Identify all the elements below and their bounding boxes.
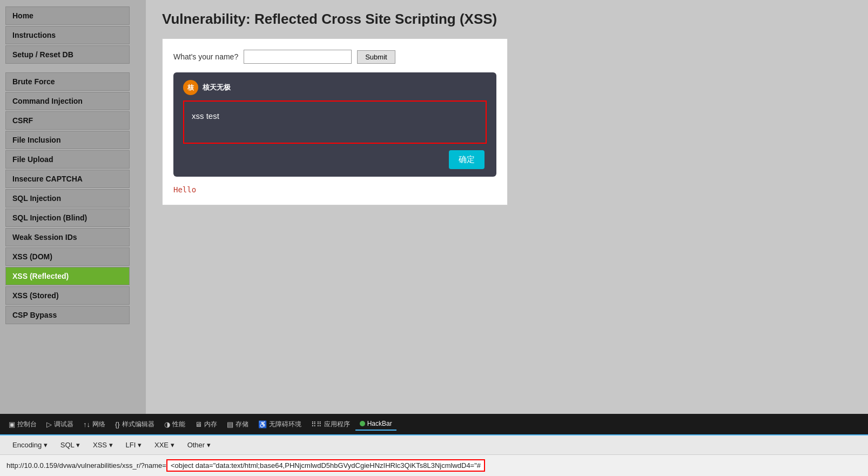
devtools-label: 性能 xyxy=(172,420,185,429)
url-prefix: http://10.0.0.159/dvwa/vulnerabilities/x… xyxy=(6,461,166,470)
devtools-label: HackBar xyxy=(367,420,392,427)
url-row: http://10.0.0.159/dvwa/vulnerabilities/x… xyxy=(0,455,868,476)
page-wrapper: HomeInstructionsSetup / Reset DB Brute F… xyxy=(0,0,868,476)
alert-content-box: xss test xyxy=(183,100,487,144)
devtools-label: 控制台 xyxy=(17,420,37,429)
devtools-label: 存储 xyxy=(235,420,248,429)
内存-icon: 🖥 xyxy=(195,420,202,428)
devtools-item------[interactable]: {}样式编辑器 xyxy=(111,418,159,431)
devtools-item---[interactable]: 🖥内存 xyxy=(191,418,221,431)
sidebar-item-csrf[interactable]: CSRF xyxy=(5,111,130,130)
alert-header: 核 核天无极 xyxy=(183,80,487,95)
alert-popup: 核 核天无极 xss test 确定 xyxy=(173,72,496,177)
sidebar-item-command-injection[interactable]: Command Injection xyxy=(5,92,130,110)
hackbar-menu-lfi[interactable]: LFI ▾ xyxy=(120,439,147,451)
无障碍环境-icon: ♿ xyxy=(258,420,267,428)
sidebar: HomeInstructionsSetup / Reset DB Brute F… xyxy=(0,0,146,414)
hackbar-toolbar: Encoding ▾SQL ▾XSS ▾LFI ▾XXE ▾Other ▾ xyxy=(0,435,868,455)
main-area: HomeInstructionsSetup / Reset DB Brute F… xyxy=(0,0,868,414)
content-area: Vulnerability: Reflected Cross Site Scri… xyxy=(146,0,868,414)
hello-text: Hello xyxy=(173,185,496,194)
name-form-row: What's your name? Submit xyxy=(173,50,496,64)
url-payload: <object data="data:text/html;base64,PHNj… xyxy=(166,459,485,472)
alert-logo-text: 核天无极 xyxy=(203,83,231,92)
sidebar-item-insecure-captcha[interactable]: Insecure CAPTCHA xyxy=(5,170,130,188)
sidebar-item-xss-dom[interactable]: XSS (DOM) xyxy=(5,247,130,266)
应用程序-icon: ⠿⠿ xyxy=(311,420,322,428)
devtools-item----[interactable]: ▷调试器 xyxy=(42,418,78,431)
sidebar-item-file-upload[interactable]: File Upload xyxy=(5,150,130,169)
hackbar-menu-sql[interactable]: SQL ▾ xyxy=(55,439,86,451)
devtools-label: 无障碍环境 xyxy=(269,420,301,429)
devtools-item---[interactable]: ▤存储 xyxy=(223,418,253,431)
devtools-items: ▣控制台▷调试器↑↓网络{}样式编辑器◑性能🖥内存▤存储♿无障碍环境⠿⠿应用程序… xyxy=(4,418,396,431)
alert-logo-icon: 核 xyxy=(183,80,198,95)
devtools-item-hackbar[interactable]: HackBar xyxy=(355,418,396,431)
hackbar-menu-xxe[interactable]: XXE ▾ xyxy=(149,439,180,451)
page-title: Vulnerability: Reflected Cross Site Scri… xyxy=(162,11,852,28)
devtools-label: 应用程序 xyxy=(324,420,350,429)
devtools-item------[interactable]: ♿无障碍环境 xyxy=(254,418,306,431)
name-input[interactable] xyxy=(244,50,352,64)
devtools-label: 调试器 xyxy=(54,420,73,429)
devtools-label: 内存 xyxy=(204,420,217,429)
sidebar-item-setup[interactable]: Setup / Reset DB xyxy=(5,45,130,64)
sidebar-item-xss-stored[interactable]: XSS (Stored) xyxy=(5,286,130,305)
sidebar-item-brute-force[interactable]: Brute Force xyxy=(5,72,130,91)
hackbar-dot-icon xyxy=(360,421,365,426)
devtools-label: 网络 xyxy=(92,420,105,429)
sidebar-item-csp-bypass[interactable]: CSP Bypass xyxy=(5,306,130,324)
name-label: What's your name? xyxy=(173,52,238,61)
devtools-item---[interactable]: ↑↓网络 xyxy=(79,418,110,431)
调试器-icon: ▷ xyxy=(46,420,52,428)
sidebar-item-instructions[interactable]: Instructions xyxy=(5,26,130,44)
hackbar-panel: Encoding ▾SQL ▾XSS ▾LFI ▾XXE ▾Other ▾ ht… xyxy=(0,434,868,476)
devtools-label: 样式编辑器 xyxy=(122,420,154,429)
sidebar-item-home[interactable]: Home xyxy=(5,6,130,25)
sidebar-item-weak-session-ids[interactable]: Weak Session IDs xyxy=(5,228,130,246)
form-panel: What's your name? Submit 核 核天无极 xss test xyxy=(162,38,508,205)
sidebar-item-file-inclusion[interactable]: File Inclusion xyxy=(5,131,130,149)
sidebar-item-xss-reflected[interactable]: XSS (Reflected) xyxy=(5,267,130,285)
submit-button[interactable]: Submit xyxy=(357,50,395,64)
性能-icon: ◑ xyxy=(164,420,170,428)
sidebar-item-sql-injection-blind[interactable]: SQL Injection (Blind) xyxy=(5,209,130,227)
hackbar-menu-encoding[interactable]: Encoding ▾ xyxy=(6,439,53,451)
样式编辑器-icon: {} xyxy=(115,420,120,428)
控制台-icon: ▣ xyxy=(9,420,15,428)
hackbar-menu-xss[interactable]: XSS ▾ xyxy=(87,439,119,451)
hackbar-menu-other[interactable]: Other ▾ xyxy=(181,439,217,451)
网络-icon: ↑↓ xyxy=(83,420,90,428)
devtools-item-----[interactable]: ⠿⠿应用程序 xyxy=(307,418,354,431)
sidebar-top-nav: HomeInstructionsSetup / Reset DB xyxy=(0,6,146,64)
sidebar-vuln-nav: Brute ForceCommand InjectionCSRFFile Inc… xyxy=(0,72,146,324)
devtools-item----[interactable]: ▣控制台 xyxy=(4,418,41,431)
hackbar-menus: Encoding ▾SQL ▾XSS ▾LFI ▾XXE ▾Other ▾ xyxy=(6,439,217,451)
devtools-item---[interactable]: ◑性能 xyxy=(160,418,190,431)
confirm-button[interactable]: 确定 xyxy=(449,150,485,169)
存储-icon: ▤ xyxy=(227,420,233,428)
alert-message: xss test xyxy=(192,111,219,120)
sidebar-item-sql-injection[interactable]: SQL Injection xyxy=(5,189,130,207)
devtools-bar: ▣控制台▷调试器↑↓网络{}样式编辑器◑性能🖥内存▤存储♿无障碍环境⠿⠿应用程序… xyxy=(0,414,868,434)
alert-footer: 确定 xyxy=(183,150,487,169)
